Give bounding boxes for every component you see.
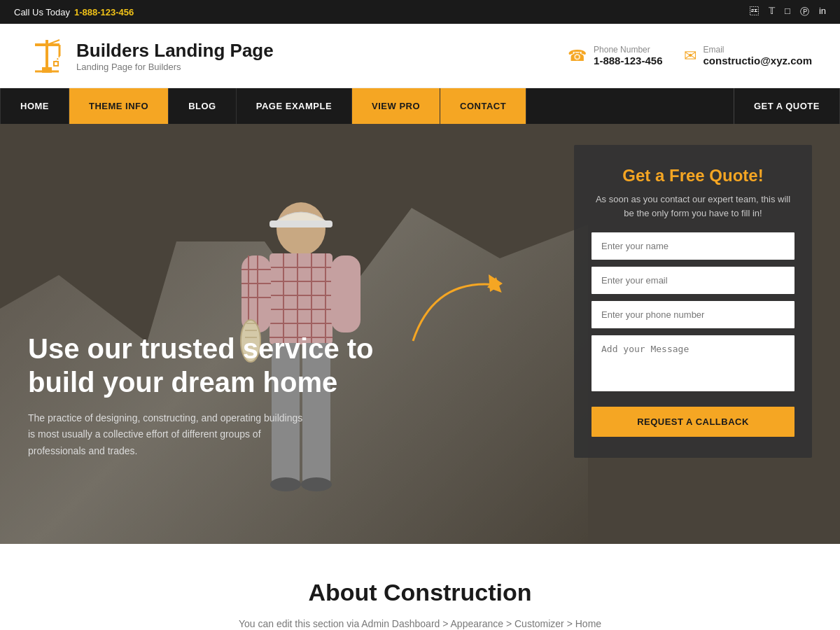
about-heading: About Construction (28, 579, 812, 606)
email-label: Email (704, 45, 813, 55)
form-title: Get a Free Quote! (592, 166, 794, 186)
call-label: Call Us Today (14, 7, 70, 18)
email-detail: Email constructio@xyz.com (704, 45, 813, 67)
pinterest-icon[interactable]: Ⓟ (800, 6, 809, 18)
logo-area: Builders Landing Page Landing Page for B… (28, 36, 274, 75)
phone-number: 1-888-123-456 (594, 55, 662, 66)
topbar-phone: 1-888-123-456 (74, 7, 134, 18)
phone-input[interactable] (592, 301, 794, 328)
nav-theme-info[interactable]: THEME INFO (69, 88, 169, 124)
top-bar: Call Us Today 1-888-123-456  𝕋 □ Ⓟ in (0, 0, 840, 24)
nav-page-example[interactable]: PAGE EXAMPLE (237, 88, 352, 124)
facebook-icon[interactable]:  (750, 6, 759, 18)
email-address: constructio@xyz.com (704, 55, 813, 66)
top-bar-left: Call Us Today 1-888-123-456 (14, 7, 134, 18)
svg-rect-10 (270, 220, 332, 227)
about-section: About Construction You can edit this sec… (0, 544, 840, 630)
svg-point-9 (276, 202, 326, 255)
svg-point-36 (301, 477, 332, 491)
hero-content: Use our trusted service to build your dr… (28, 332, 392, 460)
site-header: Builders Landing Page Landing Page for B… (0, 24, 840, 88)
svg-point-35 (270, 477, 301, 491)
callback-button[interactable]: REQUEST A CALLBACK (592, 407, 794, 437)
nav-view-pro[interactable]: VIEW PRO (352, 88, 440, 124)
hero-arrow (406, 264, 504, 351)
hero-heading: Use our trusted service to build your dr… (28, 332, 392, 399)
twitter-icon[interactable]: 𝕋 (769, 6, 775, 18)
email-icon: ✉ (684, 47, 696, 65)
social-links:  𝕋 □ Ⓟ in (750, 6, 826, 18)
form-subtitle: As soon as you contact our expert team, … (592, 192, 794, 220)
logo-text: Builders Landing Page Landing Page for B… (76, 40, 274, 72)
navbar: HOME THEME INFO BLOG PAGE EXAMPLE VIEW P… (0, 88, 840, 124)
name-input[interactable] (592, 232, 794, 260)
quote-form: Get a Free Quote! As soon as you contact… (574, 145, 812, 458)
site-title: Builders Landing Page (76, 40, 274, 62)
svg-rect-28 (331, 255, 360, 332)
svg-rect-22 (241, 255, 271, 332)
nav-get-quote[interactable]: GET A QUOTE (734, 88, 840, 124)
phone-detail: Phone Number 1-888-123-456 (594, 45, 662, 67)
hero-section: Use our trusted service to build your dr… (0, 124, 840, 544)
hero-description: The practice of designing, constructing,… (28, 410, 308, 460)
about-description: You can edit this section via Admin Dash… (175, 616, 665, 630)
nav-home[interactable]: HOME (0, 88, 69, 124)
header-phone: ☎ Phone Number 1-888-123-456 (568, 45, 662, 67)
logo-icon (28, 36, 66, 75)
nav-contact[interactable]: CONTACT (440, 88, 526, 124)
instagram-icon[interactable]: □ (785, 6, 790, 18)
email-input[interactable] (592, 267, 794, 294)
message-input[interactable] (592, 335, 794, 391)
header-email: ✉ Email constructio@xyz.com (684, 45, 813, 67)
header-contacts: ☎ Phone Number 1-888-123-456 ✉ Email con… (568, 45, 812, 67)
nav-blog[interactable]: BLOG (169, 88, 237, 124)
phone-label: Phone Number (594, 45, 662, 55)
site-tagline: Landing Page for Builders (76, 62, 274, 72)
linkedin-icon[interactable]: in (819, 6, 826, 18)
phone-icon: ☎ (568, 47, 587, 65)
